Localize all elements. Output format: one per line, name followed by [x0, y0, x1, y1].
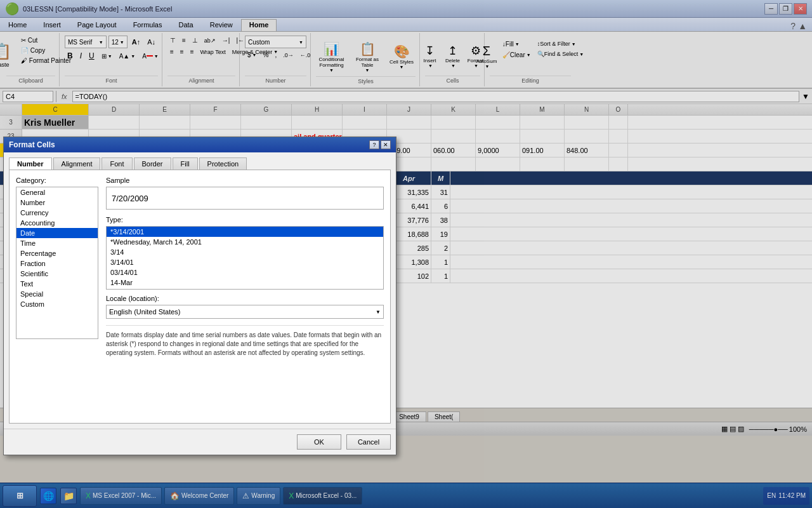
- dialog-controls: ? ✕: [369, 140, 391, 149]
- type-item-0[interactable]: *3/14/2001: [107, 227, 383, 237]
- tab-alignment[interactable]: Alignment: [53, 157, 101, 170]
- cat-special[interactable]: Special: [16, 289, 98, 299]
- tab-border[interactable]: Border: [134, 157, 171, 170]
- category-list[interactable]: General Number Currency Accounting Date …: [16, 187, 98, 339]
- cat-text[interactable]: Text: [16, 279, 98, 289]
- sample-label: Sample: [106, 177, 384, 184]
- type-list[interactable]: *3/14/2001 *Wednesday, March 14, 2001 3/…: [106, 226, 384, 290]
- cat-scientific[interactable]: Scientific: [16, 269, 98, 279]
- ok-button[interactable]: OK: [297, 434, 341, 450]
- format-cells-dialog: Format Cells ? ✕ Number Alignment Font B…: [3, 137, 396, 455]
- cat-percentage[interactable]: Percentage: [16, 248, 98, 258]
- dialog-body: Number Alignment Font Border Fill Protec…: [4, 152, 396, 429]
- locale-label: Locale (location):: [106, 295, 384, 302]
- dialog-title-text: Format Cells: [9, 140, 55, 149]
- cat-time[interactable]: Time: [16, 238, 98, 248]
- tab-protection[interactable]: Protection: [199, 157, 247, 170]
- cat-fraction[interactable]: Fraction: [16, 258, 98, 269]
- type-item-4[interactable]: 03/14/01: [107, 267, 383, 277]
- dialog-footer: OK Cancel: [4, 429, 396, 455]
- dialog-close-button[interactable]: ✕: [381, 140, 391, 149]
- category-label: Category:: [16, 177, 98, 184]
- description-text: Date formats display date and time seria…: [106, 325, 384, 358]
- type-label: Type:: [106, 216, 384, 224]
- cancel-button[interactable]: Cancel: [346, 434, 391, 450]
- dialog-help-button[interactable]: ?: [369, 140, 379, 149]
- cat-custom[interactable]: Custom: [16, 299, 98, 309]
- tab-fill[interactable]: Fill: [173, 157, 198, 170]
- category-section: Category: General Number Currency Accoun…: [16, 177, 384, 358]
- type-item-3[interactable]: 3/14/01: [107, 257, 383, 267]
- cat-date[interactable]: Date: [16, 228, 98, 238]
- type-item-1[interactable]: *Wednesday, March 14, 2001: [107, 237, 383, 247]
- tab-font[interactable]: Font: [102, 157, 132, 170]
- type-list-container: *3/14/2001 *Wednesday, March 14, 2001 3/…: [106, 226, 384, 290]
- type-item-6[interactable]: 14-Mar-01: [107, 288, 383, 290]
- dialog-tabs: Number Alignment Font Border Fill Protec…: [9, 157, 391, 170]
- cat-currency[interactable]: Currency: [16, 208, 98, 218]
- cat-general[interactable]: General: [16, 187, 98, 197]
- sample-value: 7/20/2009: [106, 187, 384, 210]
- locale-selector[interactable]: English (United States) ▼: [106, 305, 384, 319]
- category-column: Category: General Number Currency Accoun…: [16, 177, 98, 358]
- dialog-title-bar: Format Cells ? ✕: [4, 137, 396, 152]
- type-item-5[interactable]: 14-Mar: [107, 277, 383, 288]
- modal-overlay: Format Cells ? ✕ Number Alignment Font B…: [0, 0, 812, 508]
- locale-value: English (United States): [109, 308, 181, 316]
- cat-number[interactable]: Number: [16, 197, 98, 208]
- tab-number[interactable]: Number: [9, 157, 52, 170]
- number-tab-content: Category: General Number Currency Accoun…: [9, 170, 391, 424]
- sample-section: Sample 7/20/2009 Type: *3/14/2001 *Wedne…: [106, 177, 384, 358]
- locale-dropdown-icon: ▼: [376, 309, 381, 315]
- cat-accounting[interactable]: Accounting: [16, 218, 98, 228]
- type-item-2[interactable]: 3/14: [107, 247, 383, 257]
